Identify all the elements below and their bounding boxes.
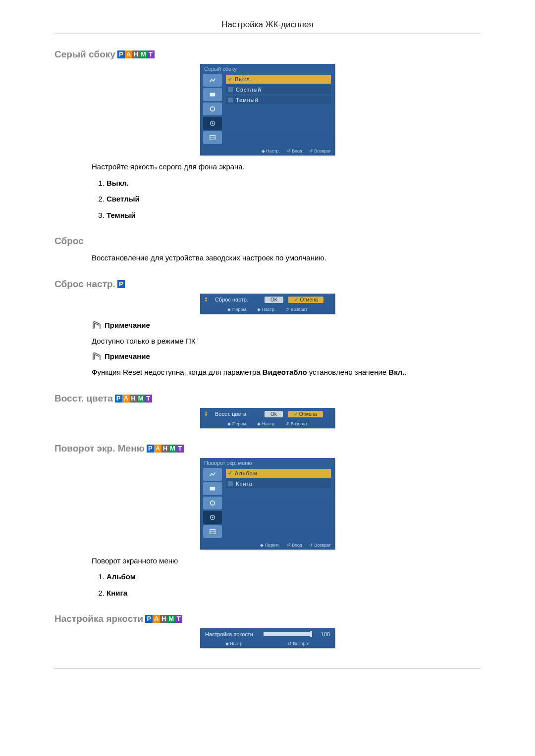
badge-p: P — [117, 280, 125, 288]
osd-hint-adjust: ◆ Настр. — [257, 421, 275, 426]
header-rule — [54, 34, 481, 34]
osd-hint-adjust: ◆ Настр. — [257, 307, 275, 312]
badge-a: A — [122, 395, 130, 403]
section-gray-side-title: Серый сбоку P A H M T — [54, 49, 481, 60]
opt-light: Светлый — [107, 195, 140, 203]
osd-hint-enter: ⏎ Вход — [287, 543, 302, 548]
badge-p: P — [147, 445, 154, 453]
badge-t: T — [176, 445, 184, 453]
badge-h: H — [130, 395, 137, 403]
section-brightness-title: Настройка яркости P A H M T — [54, 613, 481, 624]
opt-dark: Темный — [107, 211, 136, 219]
osd-item-off: ✔Выкл. — [226, 75, 331, 84]
osd-title: Серый сбоку — [200, 64, 335, 73]
section-reset-label: Сброс — [54, 236, 84, 247]
section1-desc: Настройте яркость серого для фона экрана… — [92, 161, 481, 173]
pahmt-badge: P A H M T — [115, 395, 152, 403]
pahmt-badge: P A H M T — [117, 50, 155, 58]
section-color-reset-title: Восст. цвета P A H M T — [54, 393, 481, 404]
note-label: Примечание — [105, 320, 150, 331]
osd-item-light: Светлый — [226, 85, 331, 94]
osd-item-label: Альбом — [235, 470, 257, 476]
osd-reset-settings: ▲▼ Сброс настр. OK ✔Отмена ◆ Перем. ◆ На… — [200, 294, 335, 314]
badge-m: M — [167, 615, 175, 623]
pahmt-badge: P A H M T — [147, 445, 184, 453]
cancel-label: Отмена — [300, 297, 318, 302]
note-icon — [92, 352, 103, 361]
badge-m: M — [169, 445, 176, 453]
list-item: Выкл. — [107, 178, 481, 189]
badge-h: H — [132, 50, 140, 58]
badge-t: T — [145, 395, 152, 403]
svg-point-7 — [211, 501, 215, 505]
badge-a: A — [154, 445, 161, 453]
note2-pre: Функция Reset недоступна, когда для пара… — [92, 368, 263, 376]
osd-tab-3 — [203, 497, 222, 509]
badge-h: H — [160, 615, 167, 623]
updown-icon: ▲▼ — [204, 411, 208, 417]
cancel-label: Отмена — [299, 411, 317, 417]
osd-tab-5 — [203, 525, 222, 538]
check-icon: ✔ — [228, 470, 232, 476]
osd-hint-enter: ⏎ Вход — [287, 149, 302, 153]
badge-p: P — [117, 50, 125, 58]
square-icon — [228, 87, 233, 92]
ok-button: Ok — [265, 411, 283, 417]
osd-color-reset: ▲▼ Восст. цвета Ok ✔Отмена ◆ Перем. ◆ На… — [200, 408, 335, 428]
osd-title: Поворот экр. меню — [200, 458, 335, 467]
note2-mid: установлено значение — [307, 368, 389, 376]
list-item: Альбом — [107, 571, 481, 583]
note-1: Примечание — [92, 320, 481, 331]
osd-tab-4-selected — [203, 511, 222, 524]
osd-footer: ◆ Перем. ◆ Настр. ↺ Возврат — [200, 420, 335, 428]
osd-hint-return: ↺ Возврат — [309, 149, 331, 153]
badge-t: T — [175, 615, 182, 623]
section-reset-settings-label: Сброс настр. — [54, 279, 115, 290]
osd-tab-1 — [203, 468, 222, 481]
ok-button: OK — [265, 297, 283, 303]
osd-item-landscape: ✔Альбом — [226, 469, 331, 478]
list-item: Светлый — [107, 194, 481, 205]
svg-point-9 — [212, 516, 214, 518]
osd-hint-adjust: ◆ Настр. — [262, 149, 280, 153]
note2-end: . — [405, 368, 407, 376]
section-reset-settings-title: Сброс настр. P — [54, 279, 481, 290]
footer-rule — [54, 668, 481, 668]
badge-m: M — [140, 50, 147, 58]
osd-tab-4-selected — [203, 117, 222, 130]
check-icon: ✔ — [294, 297, 298, 302]
slider-fill — [264, 632, 312, 636]
section2-desc: Восстановление для устройства заводских … — [92, 252, 481, 264]
section-rotate-menu-label: Поворот экр. Меню — [54, 443, 145, 454]
list-item: Книга — [107, 588, 481, 599]
osd-dialog-title: Сброс настр. — [215, 297, 260, 302]
osd-footer: ◆ Настр. ⏎ Вход ↺ Возврат — [200, 148, 335, 155]
osd-footer: ◆ Перем. ◆ Настр. ↺ Возврат — [200, 306, 335, 314]
osd-item-label: Темный — [236, 97, 259, 103]
opt-landscape: Альбом — [107, 572, 136, 581]
note2-bold2: Вкл. — [388, 368, 404, 376]
osd-hint-adjust: ◆ Настр. — [225, 641, 244, 646]
svg-rect-4 — [210, 136, 215, 140]
osd-tab-1 — [203, 74, 222, 87]
osd-tab-3 — [203, 102, 222, 115]
pahmt-badge-p-only: P — [117, 280, 125, 288]
osd-item-dark: Темный — [226, 96, 331, 104]
badge-h: H — [161, 445, 169, 453]
osd-tab-5 — [203, 131, 222, 144]
opt-portrait: Книга — [107, 589, 127, 597]
pahmt-badge: P A H M T — [145, 615, 182, 623]
osd-tabs — [200, 467, 224, 542]
slider-value: 100 — [316, 631, 330, 637]
osd-item-portrait: Книга — [226, 479, 331, 488]
section-brightness-label: Настройка яркости — [54, 613, 143, 624]
note-label: Примечание — [105, 351, 150, 362]
section-gray-side-label: Серый сбоку — [54, 49, 115, 60]
check-icon: ✔ — [228, 76, 232, 83]
osd-hint-move: ◆ Перем. — [227, 307, 247, 312]
badge-p: P — [145, 615, 153, 623]
osd-hint-return: ↺ Возврат — [309, 543, 331, 548]
badge-p: P — [115, 395, 122, 403]
opt-off: Выкл. — [107, 179, 129, 187]
note-icon — [92, 320, 103, 330]
